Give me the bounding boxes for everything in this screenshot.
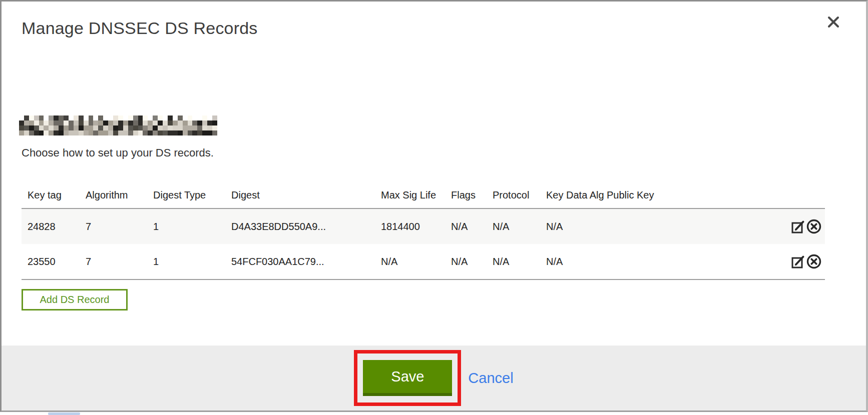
delete-record-button[interactable]	[806, 254, 822, 270]
col-header-public-key: Public Key	[601, 182, 779, 208]
modal-footer: Save Cancel	[2, 346, 866, 410]
cell-key-tag: 23550	[22, 244, 80, 280]
edit-record-button[interactable]	[791, 219, 806, 234]
add-ds-record-button[interactable]: Add DS Record	[22, 289, 128, 310]
table-row: 23550 7 1 54FCF030AA1C79... N/A N/A N/A …	[22, 244, 825, 280]
col-header-key-tag: Key tag	[22, 182, 80, 208]
screen: Manage DNSSEC DS Records Choose how to s…	[0, 0, 868, 415]
table-header-row: Key tag Algorithm Digest Type Digest Max…	[22, 182, 825, 208]
cell-public-key	[601, 208, 779, 244]
redacted-domain-name	[19, 116, 217, 136]
col-header-max-sig-life: Max Sig Life	[375, 182, 445, 208]
delete-record-button[interactable]	[806, 218, 822, 234]
cell-flags: N/A	[445, 244, 487, 280]
cell-public-key	[601, 244, 779, 280]
cell-digest: 54FCF030AA1C79...	[225, 244, 375, 280]
close-icon	[826, 14, 841, 30]
red-annotation-box: Save	[354, 350, 461, 406]
cell-key-data-alg: N/A	[540, 208, 601, 244]
col-header-key-data-alg: Key Data Alg	[540, 182, 601, 208]
cell-max-sig-life: 1814400	[375, 208, 445, 244]
background-page-fragment	[48, 412, 80, 415]
col-header-digest: Digest	[225, 182, 375, 208]
col-header-algorithm: Algorithm	[80, 182, 147, 208]
col-header-actions	[779, 182, 825, 208]
cell-key-data-alg: N/A	[540, 244, 601, 280]
circle-x-delete-icon	[806, 218, 822, 234]
table-row: 24828 7 1 D4A33E8DD550A9... 1814400 N/A …	[22, 208, 825, 244]
circle-x-delete-icon	[806, 254, 822, 270]
edit-record-button[interactable]	[791, 254, 806, 269]
col-header-flags: Flags	[445, 182, 487, 208]
cell-key-tag: 24828	[22, 208, 80, 244]
cell-protocol: N/A	[487, 244, 540, 280]
cell-algorithm: 7	[80, 244, 147, 280]
ds-records-table: Key tag Algorithm Digest Type Digest Max…	[22, 182, 825, 280]
cell-flags: N/A	[445, 208, 487, 244]
cell-algorithm: 7	[80, 208, 147, 244]
cell-protocol: N/A	[487, 208, 540, 244]
col-header-digest-type: Digest Type	[147, 182, 225, 208]
manage-dnssec-modal: Manage DNSSEC DS Records Choose how to s…	[0, 0, 868, 412]
cell-digest: D4A33E8DD550A9...	[225, 208, 375, 244]
close-button[interactable]	[826, 14, 841, 30]
cell-max-sig-life: N/A	[375, 244, 445, 280]
save-button[interactable]: Save	[363, 360, 452, 396]
cell-digest-type: 1	[147, 208, 225, 244]
cancel-link[interactable]: Cancel	[468, 370, 513, 386]
instruction-text: Choose how to set up your DS records.	[22, 146, 214, 160]
col-header-protocol: Protocol	[487, 182, 540, 208]
cell-digest-type: 1	[147, 244, 225, 280]
edit-pencil-icon	[791, 219, 806, 234]
page-title: Manage DNSSEC DS Records	[22, 18, 258, 38]
edit-pencil-icon	[791, 254, 806, 269]
